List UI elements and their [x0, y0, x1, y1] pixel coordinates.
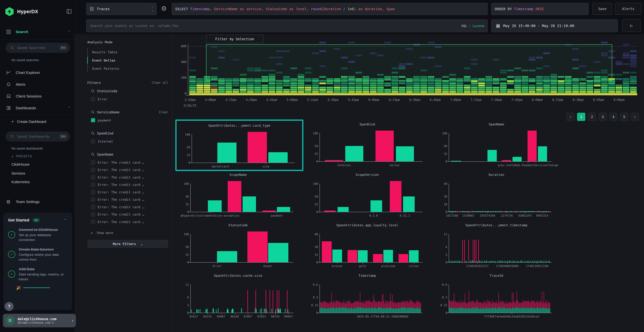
checkbox-checked[interactable]: ✓: [91, 118, 95, 122]
heatmap-cell: [348, 82, 355, 84]
source-settings-gear-icon[interactable]: ⚙: [161, 5, 167, 12]
chart-card-spanname[interactable]: SpanName10050250grpc.oteldemo.PaymentSer…: [434, 120, 559, 168]
checkbox-unchecked[interactable]: [91, 220, 95, 224]
analysis-mode-option-event-deltas[interactable]: Event Deltas: [88, 56, 119, 64]
chart-card-traceid[interactable]: TraceId0.60.30.150ff736674e4a9348c43e815…: [434, 271, 559, 320]
chart-xtick-label: platinum: [382, 264, 395, 268]
filter-option-spanname[interactable]: Error: The credit card …: [91, 198, 168, 202]
sidebar-item-team-settings[interactable]: ⚙ Team Settings: [0, 197, 75, 207]
checkbox-unchecked[interactable]: [91, 205, 95, 209]
show-more-link[interactable]: ∨ Show more: [91, 231, 113, 235]
sidebar-item-alerts[interactable]: Alerts: [0, 80, 75, 90]
filter-option-spanname[interactable]: Error: The credit card …: [91, 160, 168, 164]
filter-option-error[interactable]: Error: [91, 97, 168, 101]
get-started-item[interactable]: ✓ Create Data Sources Configure where yo…: [8, 247, 67, 262]
chart-card-scopeversion[interactable]: ScopeVersion100502500.1.00.51.1: [304, 170, 430, 219]
clear-all-link[interactable]: Clear all: [150, 81, 168, 84]
get-started-item[interactable]: ✓ Add Data Start sending logs, metrics, …: [8, 266, 67, 282]
chevron-up-icon[interactable]: ⌃: [68, 106, 71, 110]
heatmap-cell: [362, 91, 369, 93]
analysis-mode-option-results-table[interactable]: Results Table: [88, 48, 119, 56]
chart-card-scopename[interactable]: ScopeName10050250@hyperdx/instrumentatio…: [175, 170, 301, 219]
date-range-picker[interactable]: May 26 15:40:00 - May 26 21:10:00: [491, 19, 618, 32]
get-started-item[interactable]: ✓ Connect to ClickHouse Set up your data…: [8, 227, 67, 242]
checkbox-unchecked[interactable]: [91, 212, 95, 216]
chevron-up-icon[interactable]: ⌃: [64, 218, 67, 222]
pagination-page-4[interactable]: 4: [609, 113, 618, 121]
search-icon[interactable]: [91, 131, 95, 135]
saved-searches-input[interactable]: [17, 46, 60, 50]
pagination-prev-button[interactable]: ‹: [566, 113, 574, 121]
sql-select-editor[interactable]: SELECT Timestamp, ServiceName as service…: [172, 3, 488, 15]
filter-option-spanname[interactable]: Error: The credit card …: [91, 175, 168, 180]
user-menu[interactable]: D dale@clickhouse.com dale@clickhouse.co…: [3, 314, 76, 327]
presets-toggle[interactable]: ∨ PRESETS: [12, 154, 32, 158]
event-search-input[interactable]: [90, 24, 461, 28]
chart-card-spanattributes-yment-card-type[interactable]: SpanAttributes...yment.card_type10050250…: [175, 120, 304, 171]
run-query-button[interactable]: ▷: [622, 19, 641, 32]
pagination-page-5[interactable]: 5: [620, 113, 628, 121]
checkbox-unchecked[interactable]: [91, 183, 95, 187]
heatmap-cell: [420, 89, 427, 91]
chart-card-spankind[interactable]: SpanKind10050250InternalServer: [304, 120, 430, 168]
help-button[interactable]: ?: [5, 302, 14, 311]
filter-option-spanname[interactable]: Error: The credit card …: [91, 220, 168, 224]
get-started-item-title: Connect to ClickHouse: [19, 228, 58, 232]
search-icon[interactable]: [91, 152, 95, 156]
filter-option-spanname[interactable]: Error: The credit card …: [91, 212, 168, 216]
checkbox-unchecked[interactable]: [91, 175, 95, 180]
pagination-page-3[interactable]: 3: [598, 113, 607, 121]
chart-card-statuscode[interactable]: StatusCode10050250ErrorUnset: [175, 220, 301, 270]
source-select[interactable]: Traces ⌃⌄: [86, 3, 157, 15]
chart-card-timestamp[interactable]: Timestamp0.60.30.1502025-05-27T04:09:31.…: [304, 271, 430, 320]
checkbox-unchecked[interactable]: [91, 168, 95, 172]
filter-option-spanname[interactable]: Error: The credit card …: [91, 168, 168, 172]
filter-option-spanname[interactable]: Error: The credit card …: [91, 183, 168, 187]
checkbox-unchecked[interactable]: [91, 190, 95, 194]
analysis-mode-option-event-patterns[interactable]: Event Patterns: [88, 64, 119, 72]
pagination-next-button[interactable]: ›: [631, 113, 639, 121]
preset-clickhouse[interactable]: ClickHouse: [12, 162, 30, 166]
pagination-page-1[interactable]: 1: [577, 113, 585, 121]
chart-x-axis: [188, 313, 294, 313]
language-lucene-option[interactable]: Lucene: [472, 24, 484, 28]
saved-searches-search[interactable]: ⌘K: [6, 43, 70, 52]
sidebar-item-dashboards[interactable]: Dashboards ⌃: [0, 103, 75, 113]
sidebar-collapse-icon[interactable]: [66, 8, 72, 15]
pagination-page-2[interactable]: 2: [588, 113, 596, 121]
search-icon[interactable]: [91, 89, 95, 93]
filter-option-payment[interactable]: ✓ payment: [91, 118, 168, 122]
create-dashboard-button[interactable]: + Create Dashboard: [0, 117, 75, 126]
chart-green-tick: [493, 261, 494, 262]
more-filters-button[interactable]: More filters ⌄: [87, 240, 168, 248]
alerts-button[interactable]: Alerts: [615, 3, 642, 15]
saved-dashboards-input[interactable]: [17, 134, 60, 139]
language-sql-option[interactable]: SQL: [461, 24, 467, 28]
sidebar-item-search[interactable]: Search ⌃: [0, 27, 75, 37]
save-button[interactable]: Save: [592, 3, 612, 15]
filter-option-spanname[interactable]: Error: The credit card …: [91, 190, 168, 194]
saved-dashboards-search[interactable]: ⌘K: [6, 132, 70, 141]
preset-services[interactable]: Services: [12, 171, 25, 176]
checkbox-unchecked[interactable]: [91, 139, 95, 144]
sidebar-item-chart-explorer[interactable]: Chart Explorer: [0, 68, 75, 78]
chart-card-duration[interactable]: Duration40201001017268153000219357420422…: [434, 170, 559, 219]
checkbox-unchecked[interactable]: [91, 97, 95, 101]
filter-by-selection-button[interactable]: Filter by Selection: [206, 35, 263, 43]
chart-ytick: 12: [186, 283, 189, 286]
chart-card-spanattributes-yment-timestamp[interactable]: SpanAttributes...yment.timestamp12630174…: [434, 220, 559, 270]
filter-option-spanname[interactable]: Error: The credit card …: [91, 205, 168, 209]
filter-option-internal[interactable]: Internal: [91, 139, 168, 144]
event-search-bar[interactable]: SQL|Lucene: [86, 19, 488, 32]
order-by-editor[interactable]: ORDER BY Timestamp DESC: [491, 3, 588, 15]
facet-clear-link[interactable]: Clear: [159, 110, 168, 114]
preset-kubernetes[interactable]: Kubernetes: [12, 180, 30, 184]
search-icon[interactable]: [91, 110, 95, 114]
chart-card-spanattributes-cache-size[interactable]: SpanAttributes.cache.size126309261794155…: [175, 271, 301, 320]
chart-card-spanattributes-app-loyalty-level[interactable]: SpanAttributes.app.loyalty.level6030150b…: [304, 220, 430, 270]
chevron-up-icon[interactable]: ⌃: [68, 30, 71, 34]
sidebar-item-client-sessions[interactable]: Client Sessions: [0, 91, 75, 101]
checkbox-unchecked[interactable]: [91, 198, 95, 202]
heatmap-selection-rect[interactable]: [206, 44, 612, 80]
checkbox-unchecked[interactable]: [91, 160, 95, 164]
